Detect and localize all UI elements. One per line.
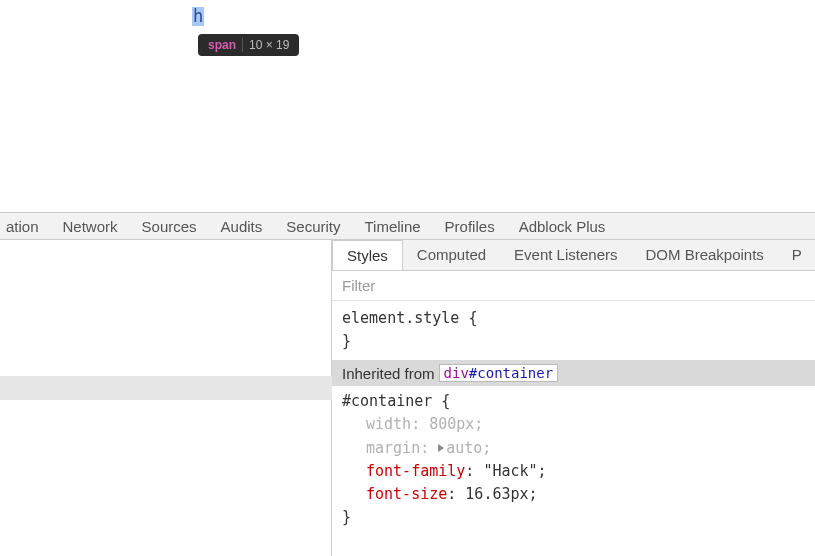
styles-side-tabs: Styles Computed Event Listeners DOM Brea… bbox=[332, 240, 815, 271]
element-style-block[interactable]: element.style { } bbox=[332, 301, 815, 360]
element-style-close: } bbox=[342, 330, 805, 353]
devtools-top-tabs: ation Network Sources Audits Security Ti… bbox=[0, 212, 815, 240]
rule-decl-font-size[interactable]: font-size: 16.63px; bbox=[342, 483, 805, 506]
tab-truncated-right[interactable]: P bbox=[778, 240, 815, 270]
devtools-lower: Styles Computed Event Listeners DOM Brea… bbox=[0, 240, 815, 556]
styles-pane: Styles Computed Event Listeners DOM Brea… bbox=[332, 240, 815, 556]
tab-profiles[interactable]: Profiles bbox=[445, 218, 495, 235]
tab-security[interactable]: Security bbox=[286, 218, 340, 235]
tooltip-tagname: span bbox=[208, 38, 236, 52]
tab-audits[interactable]: Audits bbox=[221, 218, 263, 235]
tab-computed[interactable]: Computed bbox=[403, 240, 500, 270]
rule-decl-font-family[interactable]: font-family: "Hack"; bbox=[342, 460, 805, 483]
tooltip-separator bbox=[242, 38, 243, 52]
tooltip-dimensions: 10 × 19 bbox=[249, 38, 289, 52]
rule-decl-width[interactable]: width: 800px; bbox=[342, 413, 805, 436]
element-inspect-tooltip: span 10 × 19 bbox=[198, 34, 299, 56]
inherited-from-chip[interactable]: div#container bbox=[439, 364, 559, 382]
tab-dom-breakpoints[interactable]: DOM Breakpoints bbox=[631, 240, 777, 270]
tab-sources[interactable]: Sources bbox=[142, 218, 197, 235]
tab-network[interactable]: Network bbox=[63, 218, 118, 235]
rule-selector[interactable]: #container { bbox=[342, 390, 805, 413]
tab-truncated-left[interactable]: ation bbox=[6, 218, 39, 235]
inherited-from-row: Inherited from div#container bbox=[332, 360, 815, 386]
val-margin: auto; bbox=[446, 439, 491, 457]
inherited-from-label: Inherited from bbox=[342, 365, 435, 382]
val-font-family: "Hack"; bbox=[483, 462, 546, 480]
inherited-chip-id: #container bbox=[469, 365, 553, 381]
tab-event-listeners[interactable]: Event Listeners bbox=[500, 240, 631, 270]
rule-decl-margin[interactable]: margin: auto; bbox=[342, 437, 805, 460]
inherited-chip-tag: div bbox=[444, 365, 469, 381]
val-width: 800px; bbox=[429, 415, 483, 433]
elements-selected-row-bg bbox=[0, 376, 332, 400]
styles-filter-input[interactable]: Filter bbox=[332, 271, 815, 301]
highlighted-span-char: h bbox=[192, 7, 204, 26]
tab-timeline[interactable]: Timeline bbox=[364, 218, 420, 235]
expand-triangle-icon[interactable] bbox=[438, 444, 444, 452]
elements-tree-pane[interactable] bbox=[0, 240, 332, 556]
rule-close-brace: } bbox=[342, 506, 805, 529]
css-rule-container[interactable]: #container { width: 800px; margin: auto;… bbox=[332, 386, 815, 538]
val-font-size: 16.63px; bbox=[465, 485, 537, 503]
prop-margin: margin bbox=[366, 439, 420, 457]
tab-styles[interactable]: Styles bbox=[332, 240, 403, 270]
prop-font-family: font-family bbox=[366, 462, 465, 480]
prop-width: width bbox=[366, 415, 411, 433]
tab-adblock-plus[interactable]: Adblock Plus bbox=[519, 218, 606, 235]
prop-font-size: font-size bbox=[366, 485, 447, 503]
element-style-open: element.style { bbox=[342, 307, 805, 330]
